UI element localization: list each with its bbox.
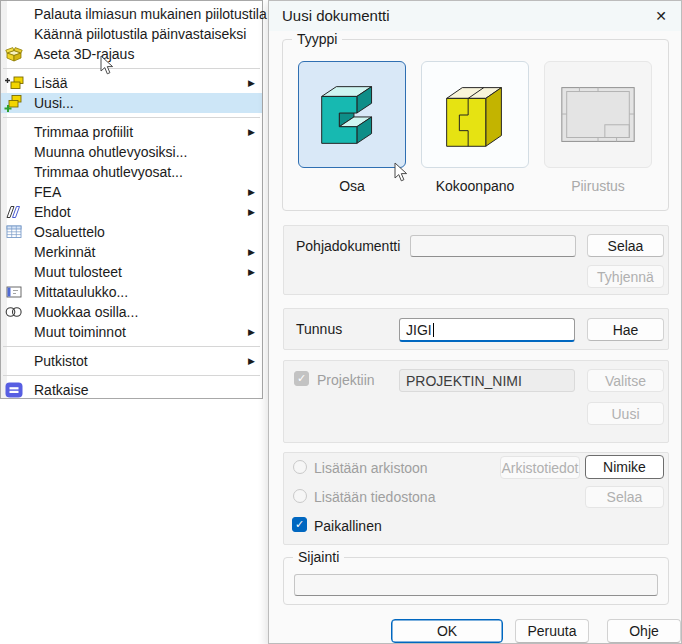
context-menu: Palauta ilmiasun mukainen piilotustila K… <box>0 0 263 399</box>
type-option-kokoonpano[interactable] <box>421 61 529 168</box>
menu-item-trimmaa-profiilit[interactable]: Trimmaa profiilit ▶ <box>1 122 262 142</box>
project-name-field: PROJEKTIN_NIMI <box>399 369 575 392</box>
menu-item-label: Käännä piilotustila päinvastaiseksi <box>34 26 246 42</box>
submenu-arrow-icon: ▶ <box>248 356 255 366</box>
base-document-label: Pohjadokumentti <box>296 238 400 254</box>
menu-item-label: Muut tulosteet <box>34 264 122 280</box>
project-name-value: PROJEKTIN_NIMI <box>406 373 522 389</box>
browse-file-button: Selaa <box>585 486 664 508</box>
identifier-label: Tunnus <box>296 321 342 337</box>
type-option-piirustus <box>544 61 652 168</box>
local-checkbox-label: Paikallinen <box>314 518 382 534</box>
edit-with-parts-icon <box>3 303 25 321</box>
type-label-piirustus: Piirustus <box>544 178 652 194</box>
menu-item-label: Trimmaa profiilit <box>34 124 133 140</box>
identifier-value: JIGI <box>406 322 432 338</box>
menu-item-ratkaise[interactable]: Ratkaise <box>1 380 262 400</box>
type-groupbox: Tyyppi <box>282 39 669 211</box>
menu-item-label: Uusi... <box>34 95 74 111</box>
menu-item-mittataulukko[interactable]: Mittataulukko... <box>1 282 262 302</box>
assembly-3d-icon <box>431 71 519 159</box>
identifier-panel: Tunnus JIGI Hae <box>283 308 669 350</box>
add-component-icon <box>3 74 25 92</box>
base-document-field[interactable] <box>410 235 576 257</box>
menu-item-label: Ratkaise <box>34 382 88 398</box>
type-label-kokoonpano: Kokoonpano <box>421 178 529 194</box>
menu-separator <box>1 342 262 351</box>
menu-item-uusi[interactable]: Uusi... <box>1 93 262 113</box>
menu-item-kaanna-piilotustila[interactable]: Käännä piilotustila päinvastaiseksi <box>1 24 262 44</box>
ok-button[interactable]: OK <box>391 619 503 643</box>
menu-item-label: Muut toiminnot <box>34 324 126 340</box>
menu-item-osaluettelo[interactable]: Osaluettelo <box>1 222 262 242</box>
archive-radio-label: Lisätään arkistoon <box>314 460 428 476</box>
menu-item-label: Lisää <box>34 75 67 91</box>
project-label: Projektiin <box>317 372 375 388</box>
title-block-button[interactable]: Nimike <box>585 455 664 479</box>
location-field <box>294 574 658 596</box>
dialog-title: Uusi dokumentti <box>282 1 390 31</box>
file-radio <box>293 489 307 503</box>
dimension-table-icon <box>3 283 25 301</box>
menu-separator <box>1 371 262 380</box>
cancel-button[interactable]: Peruuta <box>515 619 589 643</box>
clear-base-document-button: Tyhjennä <box>587 265 664 288</box>
menu-item-muut-tulosteet[interactable]: Muut tulosteet ▶ <box>1 262 262 282</box>
drawing-sheet-icon <box>554 71 642 159</box>
menu-item-label: Osaluettelo <box>34 224 105 240</box>
submenu-arrow-icon: ▶ <box>248 187 255 197</box>
new-project-button: Uusi <box>587 402 664 425</box>
menu-item-putkistot[interactable]: Putkistot ▶ <box>1 351 262 371</box>
type-option-osa[interactable] <box>298 61 406 168</box>
project-checkbox: ✓ <box>294 371 309 386</box>
menu-separator <box>1 113 262 122</box>
menu-item-label: Mittataulukko... <box>34 284 128 300</box>
new-component-icon <box>3 94 25 112</box>
menu-separator <box>1 64 262 73</box>
add-options-panel: Lisätään arkistoon Arkistotiedot Nimike … <box>283 452 669 545</box>
archive-info-button: Arkistotiedot <box>500 456 580 479</box>
mouse-cursor <box>100 55 114 80</box>
menu-item-merkinnat[interactable]: Merkinnät ▶ <box>1 242 262 262</box>
menu-item-fea[interactable]: FEA ▶ <box>1 182 262 202</box>
conditions-icon <box>3 203 25 221</box>
type-label-osa: Osa <box>298 178 406 194</box>
base-document-panel: Pohjadokumentti Selaa Tyhjennä <box>283 225 669 295</box>
menu-item-label: Muokkaa osilla... <box>34 304 138 320</box>
local-checkbox[interactable]: ✓ <box>292 517 307 532</box>
menu-item-label: Merkinnät <box>34 244 95 260</box>
type-groupbox-label: Tyyppi <box>292 31 342 48</box>
menu-item-muut-toiminnot[interactable]: Muut toiminnot ▶ <box>1 322 262 342</box>
text-caret <box>433 323 434 337</box>
browse-base-document-button[interactable]: Selaa <box>587 234 664 257</box>
menu-item-muokkaa-osilla[interactable]: Muokkaa osilla... <box>1 302 262 322</box>
submenu-arrow-icon: ▶ <box>248 207 255 217</box>
file-radio-label: Lisätään tiedostona <box>314 489 435 505</box>
menu-item-label: Aseta 3D-rajaus <box>34 46 134 62</box>
project-panel: ✓ Projektiin PROJEKTIN_NIMI Valitse Uusi <box>283 360 669 443</box>
identifier-input[interactable]: JIGI <box>399 318 575 342</box>
submenu-arrow-icon: ▶ <box>248 78 255 88</box>
menu-item-label: Muunna ohutlevyosiksi... <box>34 144 187 160</box>
menu-item-muunna-ohutlevyosiksi[interactable]: Muunna ohutlevyosiksi... <box>1 142 262 162</box>
menu-item-label: Palauta ilmiasun mukainen piilotustila <box>34 6 267 22</box>
part-list-icon <box>3 223 25 241</box>
submenu-arrow-icon: ▶ <box>248 127 255 137</box>
dialog-titlebar: Uusi dokumentti ✕ <box>269 1 681 31</box>
menu-item-aseta-3d-rajaus[interactable]: Aseta 3D-rajaus <box>1 44 262 64</box>
menu-item-palauta-piilotustila[interactable]: Palauta ilmiasun mukainen piilotustila <box>1 4 262 24</box>
mouse-cursor <box>394 162 408 187</box>
select-project-button: Valitse <box>587 369 664 392</box>
close-icon[interactable]: ✕ <box>649 5 673 27</box>
menu-item-trimmaa-ohutlevyosat[interactable]: Trimmaa ohutlevyosat... <box>1 162 262 182</box>
3d-clip-box-icon <box>3 45 25 63</box>
location-groupbox: Sijainti <box>283 557 669 605</box>
new-document-dialog: Uusi dokumentti ✕ Tyyppi <box>268 0 682 644</box>
fetch-identifier-button[interactable]: Hae <box>587 318 664 341</box>
menu-item-label: Trimmaa ohutlevyosat... <box>34 164 183 180</box>
menu-item-ehdot[interactable]: Ehdot ▶ <box>1 202 262 222</box>
solve-icon <box>3 381 25 399</box>
menu-item-lisaa[interactable]: Lisää ▶ <box>1 73 262 93</box>
help-button[interactable]: Ohje <box>607 619 681 643</box>
submenu-arrow-icon: ▶ <box>248 267 255 277</box>
